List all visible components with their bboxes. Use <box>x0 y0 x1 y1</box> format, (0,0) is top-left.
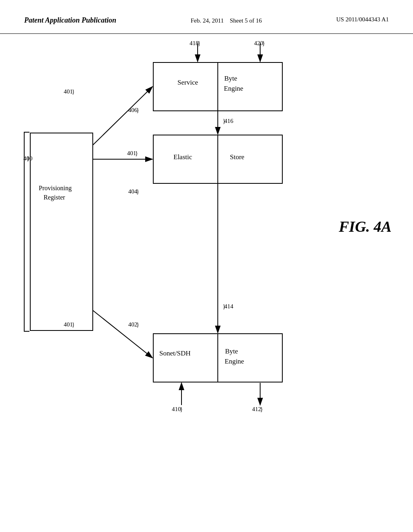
svg-text:FIG. 4A: FIG. 4A <box>338 218 392 235</box>
header: Patent Application Publication Feb. 24, … <box>0 0 413 34</box>
svg-rect-2 <box>30 133 93 330</box>
svg-text:402: 402 <box>128 321 138 328</box>
svg-text:412: 412 <box>252 406 261 412</box>
svg-text:Byte: Byte <box>224 75 237 82</box>
svg-text:Store: Store <box>230 153 244 161</box>
svg-text:}: } <box>135 150 138 156</box>
svg-text:406: 406 <box>128 107 138 113</box>
svg-rect-7 <box>153 334 282 382</box>
svg-text:414: 414 <box>224 303 234 310</box>
svg-text:}: } <box>72 88 75 95</box>
svg-line-12 <box>93 87 152 145</box>
svg-text:}: } <box>136 188 139 195</box>
svg-text:Service: Service <box>177 79 198 86</box>
svg-text:}: } <box>27 155 29 162</box>
diagram-svg: 400 } 401 } 406 } 401 } 404 } 416 } 414 … <box>0 0 413 492</box>
svg-text:Engine: Engine <box>224 85 243 92</box>
svg-text:}: } <box>198 40 200 46</box>
svg-text:401: 401 <box>64 88 73 95</box>
header-patent-number: US 2011/0044343 A1 <box>336 16 389 23</box>
svg-text:}: } <box>180 406 183 412</box>
page: Patent Application Publication Feb. 24, … <box>0 0 413 532</box>
svg-text:420: 420 <box>254 40 263 46</box>
svg-text:}: } <box>136 107 139 113</box>
svg-rect-3 <box>153 62 282 111</box>
header-sheet: Sheet 5 of 16 <box>230 17 262 24</box>
svg-text:}: } <box>262 40 265 46</box>
svg-text:410: 410 <box>172 406 181 412</box>
svg-line-15 <box>93 310 152 358</box>
svg-text:404: 404 <box>128 188 138 195</box>
svg-text:Provisioning: Provisioning <box>39 185 72 192</box>
header-date-sheet: Feb. 24, 2011 Sheet 5 of 16 <box>191 16 262 25</box>
header-date: Feb. 24, 2011 <box>191 17 224 24</box>
svg-text:}: } <box>136 321 139 328</box>
svg-text:Elastic: Elastic <box>173 153 192 161</box>
svg-text:401: 401 <box>64 321 73 328</box>
svg-text:Sonet/SDH: Sonet/SDH <box>159 349 190 357</box>
header-publication-label: Patent Application Publication <box>24 16 116 25</box>
svg-text:}: } <box>223 303 225 310</box>
svg-text:416: 416 <box>224 118 234 124</box>
svg-text:}: } <box>72 321 75 328</box>
svg-text:401: 401 <box>127 150 136 156</box>
svg-rect-5 <box>153 135 282 183</box>
svg-text:Register: Register <box>44 194 65 201</box>
svg-text:418: 418 <box>190 40 199 46</box>
svg-text:Engine: Engine <box>225 357 244 365</box>
svg-text:}: } <box>223 118 225 124</box>
svg-text:Byte: Byte <box>225 347 238 355</box>
svg-text:400: 400 <box>23 155 33 162</box>
svg-text:}: } <box>260 406 263 412</box>
